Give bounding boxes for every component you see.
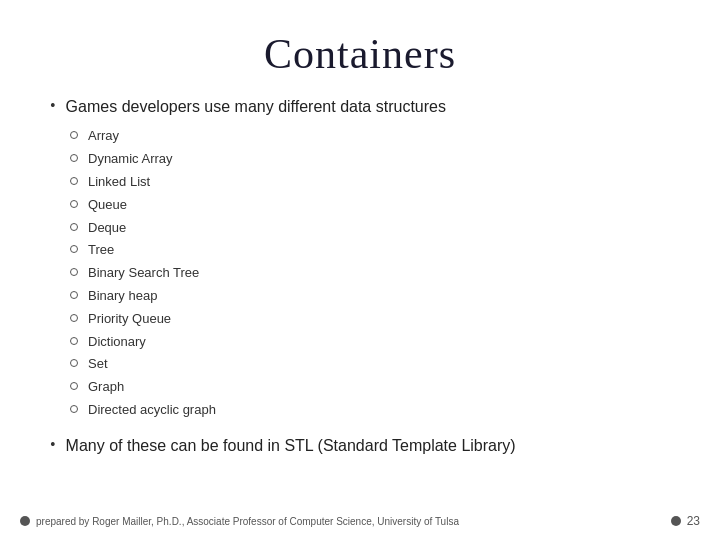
sub-text-deque: Deque xyxy=(88,218,126,239)
bullet-1: • Games developers use many different da… xyxy=(50,96,670,118)
sub-text-set: Set xyxy=(88,354,108,375)
slide-title: Containers xyxy=(50,30,670,78)
sub-text-queue: Queue xyxy=(88,195,127,216)
sub-dot xyxy=(70,131,78,139)
sub-text-dictionary: Dictionary xyxy=(88,332,146,353)
footer: prepared by Roger Mailler, Ph.D., Associ… xyxy=(0,514,720,528)
sub-list: Array Dynamic Array Linked List Queue De… xyxy=(70,126,670,422)
footer-page-dot-icon xyxy=(671,516,681,526)
sub-text-dynamic-array: Dynamic Array xyxy=(88,149,173,170)
sub-dot xyxy=(70,291,78,299)
bullet-text-1: Games developers use many different data… xyxy=(66,96,446,118)
list-item: Binary heap xyxy=(70,286,670,307)
sub-dot xyxy=(70,268,78,276)
sub-text-dag: Directed acyclic graph xyxy=(88,400,216,421)
sub-text-binary-heap: Binary heap xyxy=(88,286,157,307)
sub-dot xyxy=(70,154,78,162)
sub-dot xyxy=(70,245,78,253)
list-item: Array xyxy=(70,126,670,147)
sub-text-graph: Graph xyxy=(88,377,124,398)
list-item: Binary Search Tree xyxy=(70,263,670,284)
sub-dot xyxy=(70,200,78,208)
footer-page-section: 23 xyxy=(671,514,700,528)
list-item: Set xyxy=(70,354,670,375)
sub-dot xyxy=(70,223,78,231)
bullet-text-2: Many of these can be found in STL (Stand… xyxy=(66,435,516,457)
bullet-dot-2: • xyxy=(50,436,56,454)
sub-text-bst: Binary Search Tree xyxy=(88,263,199,284)
list-item: Deque xyxy=(70,218,670,239)
list-item: Graph xyxy=(70,377,670,398)
bullet-dot-1: • xyxy=(50,97,56,115)
footer-page-number: 23 xyxy=(687,514,700,528)
list-item: Tree xyxy=(70,240,670,261)
sub-dot xyxy=(70,337,78,345)
list-item: Linked List xyxy=(70,172,670,193)
list-item: Priority Queue xyxy=(70,309,670,330)
sub-text-tree: Tree xyxy=(88,240,114,261)
sub-text-priority-queue: Priority Queue xyxy=(88,309,171,330)
sub-dot xyxy=(70,314,78,322)
sub-text-linked-list: Linked List xyxy=(88,172,150,193)
sub-dot xyxy=(70,177,78,185)
list-item: Directed acyclic graph xyxy=(70,400,670,421)
sub-dot xyxy=(70,405,78,413)
footer-dot-icon xyxy=(20,516,30,526)
list-item: Queue xyxy=(70,195,670,216)
list-item: Dynamic Array xyxy=(70,149,670,170)
footer-credit-text: prepared by Roger Mailler, Ph.D., Associ… xyxy=(36,516,459,527)
sub-text-array: Array xyxy=(88,126,119,147)
bullet-2: • Many of these can be found in STL (Sta… xyxy=(50,435,670,457)
sub-dot xyxy=(70,382,78,390)
sub-dot xyxy=(70,359,78,367)
list-item: Dictionary xyxy=(70,332,670,353)
footer-credit-section: prepared by Roger Mailler, Ph.D., Associ… xyxy=(20,516,459,527)
slide: Containers • Games developers use many d… xyxy=(0,0,720,540)
